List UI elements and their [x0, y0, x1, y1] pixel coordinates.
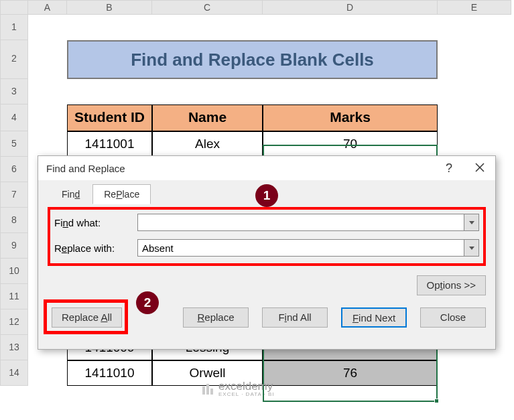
chevron-down-icon — [469, 221, 474, 224]
row-header-4[interactable]: 4 — [0, 104, 28, 131]
row-header-2[interactable]: 2 — [0, 40, 28, 79]
replace-with-row: Replace with: — [54, 239, 479, 257]
row-2: 2 Find and Replace Blank Cells — [0, 40, 514, 79]
tab-find[interactable]: Find — [50, 184, 91, 204]
button-row: 2 Replace All Replace Find All Find Next… — [38, 298, 495, 328]
row-header-11[interactable]: 11 — [0, 284, 28, 309]
row-header-9[interactable]: 9 — [0, 233, 28, 259]
fill-handle[interactable] — [434, 399, 439, 403]
replace-all-button[interactable]: Replace All — [52, 307, 122, 328]
th-marks[interactable]: Marks — [263, 104, 438, 131]
col-header-B[interactable]: B — [67, 0, 152, 15]
row-header-13[interactable]: 13 — [0, 335, 28, 360]
svg-rect-2 — [210, 389, 213, 395]
cell-marks-2[interactable]: 76 — [263, 360, 438, 386]
close-button[interactable] — [464, 156, 495, 180]
replace-button[interactable]: Replace — [183, 307, 249, 328]
fields-area: 1 Find what: Replace with: — [48, 204, 486, 269]
find-what-row: Find what: — [54, 214, 479, 231]
th-name[interactable]: Name — [152, 104, 263, 131]
row-1: 1 — [0, 15, 514, 40]
row-5: 5 1411001 Alex 70 — [0, 131, 514, 157]
find-all-button[interactable]: Find All — [262, 307, 328, 328]
find-next-button[interactable]: Find Next — [341, 307, 407, 328]
col-header-E[interactable]: E — [438, 0, 511, 15]
watermark: exceldemyEXCEL · DATA · BI — [201, 380, 275, 397]
tab-replace[interactable]: RePlace — [92, 184, 151, 204]
find-replace-dialog: Find and Replace ? Find RePlace 1 Find w… — [38, 155, 496, 350]
row-header-3[interactable]: 3 — [0, 79, 28, 104]
row-header-10[interactable]: 10 — [0, 259, 28, 284]
row-3: 3 — [0, 79, 514, 104]
th-student-id[interactable]: Student ID — [67, 104, 152, 131]
close-icon — [475, 163, 485, 172]
row-header-12[interactable]: 12 — [0, 309, 28, 335]
cell-marks-0[interactable]: 70 — [263, 131, 438, 157]
row-header-14[interactable]: 14 — [0, 360, 28, 386]
svg-rect-0 — [202, 387, 205, 395]
svg-rect-1 — [206, 384, 209, 395]
row-header-7[interactable]: 7 — [0, 182, 28, 208]
row-4: 4 Student ID Name Marks — [0, 104, 514, 131]
options-row: Options >> — [38, 269, 495, 298]
col-header-C[interactable]: C — [152, 0, 263, 15]
row-header-8[interactable]: 8 — [0, 208, 28, 233]
cell-id-2[interactable]: 1411010 — [67, 360, 152, 386]
badge-1: 1 — [255, 184, 278, 207]
col-header-D[interactable]: D — [263, 0, 438, 15]
find-what-dropdown[interactable] — [464, 214, 479, 231]
find-what-label: Find what: — [54, 217, 137, 228]
row-header-6[interactable]: 6 — [0, 157, 28, 182]
select-all-corner[interactable] — [0, 0, 28, 15]
watermark-icon — [201, 382, 214, 396]
replace-with-label: Replace with: — [54, 242, 137, 254]
close-dialog-button[interactable]: Close — [420, 307, 486, 328]
cell-name-0[interactable]: Alex — [152, 131, 263, 157]
column-headers: A B C D E — [0, 0, 514, 15]
title-cell[interactable]: Find and Replace Blank Cells — [67, 40, 438, 79]
row-header-1[interactable]: 1 — [0, 15, 28, 40]
replace-with-input[interactable] — [137, 239, 464, 257]
chevron-down-icon — [469, 247, 474, 250]
row-header-5[interactable]: 5 — [0, 131, 28, 157]
help-button[interactable]: ? — [434, 156, 464, 180]
dialog-titlebar[interactable]: Find and Replace ? — [38, 156, 495, 180]
badge-2: 2 — [136, 291, 159, 314]
col-header-A[interactable]: A — [28, 0, 67, 15]
find-what-input[interactable] — [137, 214, 464, 231]
options-button[interactable]: Options >> — [417, 275, 486, 295]
cell-id-0[interactable]: 1411001 — [67, 131, 152, 157]
replace-with-dropdown[interactable] — [464, 239, 479, 257]
dialog-title: Find and Replace — [46, 163, 125, 174]
